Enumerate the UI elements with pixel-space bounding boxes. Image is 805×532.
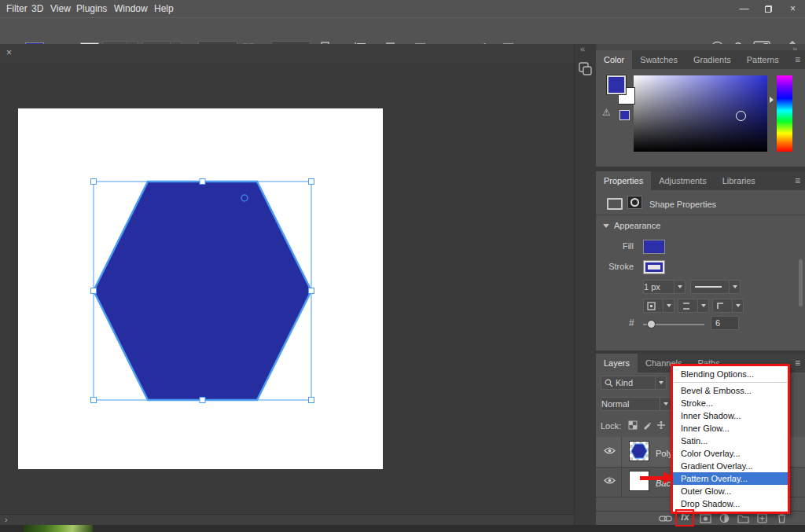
new-group-folder-icon[interactable] (737, 514, 749, 523)
stroke-align-icon (647, 302, 656, 310)
lock-transparent-pixels-icon[interactable] (628, 420, 638, 430)
blend-mode-combo[interactable]: Normal (601, 397, 671, 411)
stroke-corners-icon (716, 302, 725, 310)
window-controls: — × (732, 0, 805, 17)
annotation-arrow (640, 476, 665, 480)
layer-thumbnail[interactable] (629, 441, 649, 461)
color-picker-cursor[interactable] (736, 111, 746, 121)
prop-stroke-swatch[interactable] (643, 260, 665, 274)
delete-layer-trash-icon[interactable] (777, 513, 787, 523)
shape-properties-icon (607, 198, 623, 210)
hexagon-shape[interactable] (94, 182, 311, 400)
gamut-safe-swatch[interactable] (619, 110, 630, 120)
tab-gradients[interactable]: Gradients (686, 50, 739, 69)
restore-icon (765, 6, 772, 13)
annotation-arrow-head (663, 471, 674, 484)
search-icon (605, 379, 613, 387)
tab-libraries[interactable]: Libraries (715, 171, 763, 190)
menu-item-color-overlay[interactable]: Color Overlay... (673, 447, 788, 460)
menu-item-outer-glow[interactable]: Outer Glow... (673, 485, 788, 497)
chevron-down-icon (697, 299, 708, 312)
color-panel-menu-icon[interactable]: ≡ (795, 54, 800, 65)
menu-item-drop-shadow[interactable]: Drop Shadow... (673, 497, 788, 510)
collapse-panels-icon[interactable]: « (580, 44, 585, 53)
tab-patterns[interactable]: Patterns (739, 50, 787, 69)
prop-stroke-label: Stroke (602, 262, 634, 271)
status-bar (0, 514, 574, 526)
prop-fill-label: Fill (602, 241, 634, 251)
sides-value-field[interactable]: 6 (711, 316, 739, 330)
menu-view[interactable]: View (50, 3, 71, 14)
stroke-align-combo[interactable] (643, 299, 675, 313)
hue-slider[interactable] (777, 75, 792, 152)
menu-item-inner-glow[interactable]: Inner Glow... (673, 422, 788, 435)
menu-window[interactable]: Window (114, 3, 148, 14)
menu-item-stroke[interactable]: Stroke... (673, 397, 788, 409)
layer-style-context-menu: Blending Options... Bevel & Emboss... St… (671, 364, 790, 514)
gamut-warning-icon[interactable]: ⚠ (602, 107, 611, 118)
eye-icon[interactable] (604, 446, 616, 455)
add-layer-mask-icon[interactable] (700, 514, 711, 523)
menu-help[interactable]: Help (154, 3, 174, 14)
chevron-down-icon (674, 281, 685, 293)
menu-filter[interactable]: Filter (6, 3, 28, 14)
lock-image-pixels-icon[interactable] (642, 420, 652, 430)
stroke-corners-combo[interactable] (712, 299, 744, 313)
layers-panel-menu-icon[interactable]: ≡ (795, 358, 800, 369)
polygon-sides-icon: # (629, 317, 634, 328)
restore-button[interactable] (756, 0, 781, 17)
tab-color[interactable]: Color (596, 50, 632, 69)
menu-3d[interactable]: 3D (31, 3, 43, 14)
eye-icon[interactable] (604, 476, 616, 485)
menu-item-gradient-overlay[interactable]: Gradient Overlay... (673, 460, 788, 472)
close-button[interactable]: × (781, 0, 805, 17)
minimize-button[interactable]: — (732, 0, 756, 17)
layer-thumbnail[interactable] (629, 471, 649, 491)
adjustment-layer-icon[interactable] (719, 513, 730, 523)
lock-position-icon[interactable] (656, 420, 666, 430)
hue-slider-marker (770, 97, 774, 103)
color-panel-tab-bar: Color Swatches Gradients Patterns (596, 50, 805, 69)
collapsed-panel-icon[interactable] (578, 61, 593, 76)
menu-bar: Filter 3D View Plugins Window Help — × (0, 0, 805, 17)
prop-fill-swatch[interactable] (643, 240, 665, 254)
stroke-swatch-ring (645, 262, 663, 272)
link-layers-icon[interactable] (659, 515, 672, 523)
foreground-color-swatch[interactable] (607, 75, 626, 94)
stroke-caps-combo[interactable] (678, 299, 709, 313)
properties-panel-menu-icon[interactable]: ≡ (795, 175, 800, 186)
chevron-down-icon[interactable] (603, 224, 609, 228)
tab-adjustments[interactable]: Adjustments (651, 171, 715, 190)
chevron-down-icon (663, 299, 674, 312)
menu-item-pattern-overlay[interactable]: Pattern Overlay... (673, 472, 788, 485)
prop-stroke-type-combo[interactable] (690, 280, 741, 294)
tab-swatches[interactable]: Swatches (632, 50, 686, 69)
shape-overlay (18, 108, 383, 469)
saturation-brightness-field[interactable] (634, 75, 767, 152)
tab-properties[interactable]: Properties (596, 171, 651, 190)
annotation-fx-highlight-box (675, 509, 694, 526)
properties-scrollbar[interactable] (799, 259, 803, 306)
menu-plugins[interactable]: Plugins (76, 3, 107, 14)
tab-layers[interactable]: Layers (596, 354, 638, 372)
tab-close-icon[interactable]: × (6, 47, 12, 58)
stroke-line-sample (695, 286, 722, 288)
chevron-down-icon (729, 281, 740, 293)
menu-item-inner-shadow[interactable]: Inner Shadow... (673, 409, 788, 422)
kind-label: Kind (613, 378, 633, 387)
layer-filter-kind-combo[interactable]: Kind (601, 376, 667, 390)
new-layer-icon[interactable] (757, 513, 767, 523)
status-expand-chevron[interactable]: › (5, 515, 8, 524)
sides-slider-knob[interactable] (647, 320, 656, 328)
lock-label: Lock: (601, 421, 621, 431)
taskbar-photo-fragment (24, 525, 93, 532)
prop-stroke-width-combo[interactable]: 1 px (643, 280, 686, 294)
menu-item-bevel-emboss[interactable]: Bevel & Emboss... (673, 384, 788, 397)
chevron-down-icon (732, 299, 743, 312)
appearance-section-label: Appearance (614, 221, 660, 230)
menu-item-blending-options[interactable]: Blending Options... (673, 368, 788, 380)
tool-options-bar: Fill: Stroke: 1 px W: 300 px H: 300 px A… (0, 17, 805, 45)
chevron-down-icon (660, 398, 671, 410)
menu-item-satin[interactable]: Satin... (673, 435, 788, 447)
shape-properties-header: Shape Properties (649, 200, 716, 209)
